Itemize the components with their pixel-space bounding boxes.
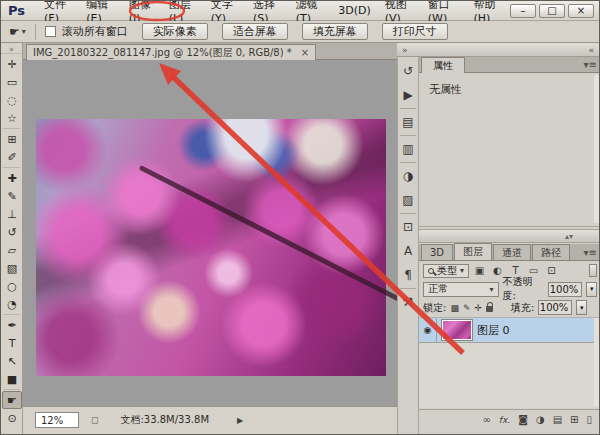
- no-properties-text: 无属性: [429, 83, 462, 96]
- filter-pixel-layers-icon[interactable]: ▣: [472, 264, 487, 278]
- lock-position-icon[interactable]: ✛: [474, 303, 482, 313]
- path-selection-tool[interactable]: ↖: [2, 352, 22, 370]
- divider: [3, 314, 20, 315]
- menu-type[interactable]: 文字(Y): [204, 1, 246, 20]
- clone-stamp-tool[interactable]: ⊥: [2, 205, 22, 223]
- lock-label: 锁定:: [423, 301, 446, 315]
- hand-tool[interactable]: ☛: [2, 391, 22, 409]
- swatches-panel-icon[interactable]: ▤: [398, 110, 418, 134]
- lock-row: 锁定: ▩ ✎ ✛ 填充: 100% ▾: [419, 299, 600, 316]
- dodge-tool[interactable]: ◔: [2, 295, 22, 313]
- divider: [3, 128, 20, 129]
- add-layer-mask-icon[interactable]: ◙: [518, 414, 528, 425]
- lasso-tool[interactable]: ◌: [2, 91, 22, 109]
- opacity-dropdown-icon[interactable]: ▾: [586, 282, 597, 297]
- menu-edit[interactable]: 编辑(E): [79, 1, 122, 20]
- healing-brush-icon: ✚: [7, 172, 16, 185]
- delete-layer-icon[interactable]: ▯: [586, 414, 592, 425]
- canvas-area[interactable]: [23, 60, 397, 406]
- menu-3d[interactable]: 3D(D): [331, 1, 378, 20]
- collapse-panels-icon[interactable]: »: [402, 45, 408, 55]
- library-panel-icon[interactable]: ▥: [398, 137, 418, 161]
- tab-paths[interactable]: 路径: [532, 244, 570, 260]
- fill-input[interactable]: 100%: [538, 300, 572, 315]
- toolbox-collapse-icon[interactable]: »: [1, 46, 22, 54]
- marquee-tool[interactable]: ▭: [2, 73, 22, 91]
- move-tool[interactable]: ✛: [2, 55, 22, 73]
- crop-tool[interactable]: ⊞: [2, 130, 22, 148]
- visibility-eye-icon[interactable]: ◉: [419, 318, 437, 342]
- minimize-button[interactable]: –: [510, 4, 536, 18]
- actual-pixels-button[interactable]: 实际像素: [142, 23, 208, 40]
- close-button[interactable]: ×: [568, 4, 594, 18]
- hand-tool-options-icon[interactable]: ☛ ▾: [9, 25, 26, 39]
- fill-dropdown-icon[interactable]: ▾: [576, 300, 587, 315]
- menu-image[interactable]: 图像(I): [122, 1, 162, 20]
- menu-help[interactable]: 帮助(H): [466, 1, 510, 20]
- gradient-tool[interactable]: ▧: [2, 259, 22, 277]
- character-panel-icon[interactable]: A: [398, 239, 418, 263]
- print-size-button[interactable]: 打印尺寸: [382, 23, 448, 40]
- clone-source-panel-icon[interactable]: ⊡: [398, 215, 418, 239]
- spot-healing-brush-tool[interactable]: ✚: [2, 169, 22, 187]
- tab-layers[interactable]: 图层: [454, 243, 492, 260]
- eraser-tool[interactable]: ▱: [2, 241, 22, 259]
- link-layers-icon[interactable]: ∞: [483, 414, 491, 425]
- new-adjustment-layer-icon[interactable]: ◑: [536, 414, 545, 425]
- blur-tool[interactable]: ○: [2, 277, 22, 295]
- filter-smart-objects-icon[interactable]: ⊡: [544, 264, 559, 278]
- fill-screen-button[interactable]: 填充屏幕: [302, 23, 368, 40]
- scroll-all-windows-checkbox[interactable]: [45, 26, 56, 37]
- menu-window[interactable]: 窗口(W): [421, 1, 467, 20]
- menu-view[interactable]: 视图(V): [378, 1, 421, 20]
- paragraph-panel-icon[interactable]: ¶: [398, 263, 418, 287]
- menu-filter[interactable]: 滤镜(T): [289, 1, 331, 20]
- scrollbar[interactable]: [594, 318, 600, 406]
- tab-properties[interactable]: 属性: [421, 57, 465, 73]
- filter-switch-icon[interactable]: [589, 264, 597, 277]
- tab-channels[interactable]: 通道: [493, 244, 531, 260]
- history-panel-icon[interactable]: ↺: [398, 59, 418, 83]
- photo-blossom-image[interactable]: [36, 119, 386, 376]
- maximize-button[interactable]: □: [539, 4, 565, 18]
- styles-panel-icon[interactable]: ▨: [398, 188, 418, 212]
- layer-row-selected[interactable]: ◉ 图层 0: [419, 318, 600, 343]
- lock-image-pixels-icon[interactable]: ✎: [463, 303, 471, 313]
- panel-menu-icon[interactable]: ▾≡: [584, 247, 597, 258]
- actions-panel-icon[interactable]: ▶: [398, 83, 418, 107]
- tab-close-icon[interactable]: ×: [301, 47, 309, 58]
- panel-menu-icon[interactable]: ▾≡: [584, 59, 597, 70]
- layer-effects-icon[interactable]: fx.: [499, 415, 510, 425]
- menu-bar: Ps 文件(F) 编辑(E) 图像(I) 图层(L) 文字(Y) 选择(S) 滤…: [1, 1, 599, 21]
- adjustments-panel-icon[interactable]: ◑: [398, 164, 418, 188]
- zoom-level-input[interactable]: 12%: [35, 412, 79, 428]
- lock-all-icon[interactable]: [486, 306, 493, 312]
- zoom-tool[interactable]: ⊙: [2, 409, 22, 427]
- menu-layer[interactable]: 图层(L): [162, 1, 204, 20]
- blend-mode-select[interactable]: 正常 ▾: [423, 282, 499, 297]
- layer-filter-kind-select[interactable]: 类型 ▾: [423, 264, 469, 278]
- type-tool[interactable]: T: [2, 334, 22, 352]
- quick-selection-tool[interactable]: ☆: [2, 109, 22, 127]
- fit-screen-button[interactable]: 适合屏幕: [222, 23, 288, 40]
- document-tab[interactable]: IMG_20180322_081147.jpg @ 12%(图层 0, RGB/…: [26, 44, 316, 60]
- new-layer-icon[interactable]: ⊞: [570, 414, 578, 425]
- brush-tool[interactable]: ✎: [2, 187, 22, 205]
- layer-thumbnail[interactable]: [442, 320, 472, 340]
- history-brush-tool[interactable]: ↺: [2, 223, 22, 241]
- pen-tool[interactable]: ✒: [2, 316, 22, 334]
- status-bar: 12% ◻ 文档:33.8M/33.8M ▶: [23, 406, 397, 433]
- status-expand-icon[interactable]: ▶: [237, 416, 243, 425]
- new-group-icon[interactable]: ▤: [553, 414, 562, 425]
- eyedropper-tool[interactable]: ✐: [2, 148, 22, 166]
- tool-presets-panel-icon[interactable]: ⚒: [398, 290, 418, 314]
- menu-file[interactable]: 文件(F): [37, 1, 79, 20]
- collapse-panels-icon[interactable]: «: [588, 45, 594, 55]
- menu-select[interactable]: 选择(S): [246, 1, 289, 20]
- opacity-input[interactable]: 100%: [548, 282, 582, 297]
- tab-3d[interactable]: 3D: [421, 244, 453, 260]
- shape-tool[interactable]: ■: [2, 370, 22, 388]
- lock-transparent-pixels-icon[interactable]: ▩: [450, 303, 459, 313]
- layers-group-header[interactable]: ▴▾: [419, 229, 600, 243]
- scrollbar[interactable]: [594, 75, 600, 223]
